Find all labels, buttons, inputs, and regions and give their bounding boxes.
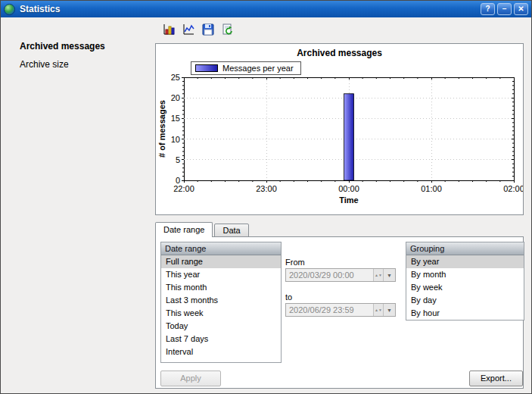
svg-text:01:00: 01:00 [421, 184, 442, 193]
grouping-item[interactable]: By hour [406, 307, 524, 320]
svg-text:# of messages: # of messages [157, 100, 166, 158]
svg-text:02:00: 02:00 [503, 184, 523, 193]
to-dropdown-arrow-icon[interactable]: ▼ [383, 304, 395, 316]
grouping-list-header: Grouping [406, 242, 524, 255]
grouping-item[interactable]: By year [406, 255, 524, 268]
sidebar-item-archived-messages[interactable]: Archived messages [1, 37, 148, 55]
from-datetime-value: 2020/03/29 00:00 [286, 269, 373, 281]
svg-text:20: 20 [171, 93, 180, 102]
tab-bar: Date rangeData [155, 222, 250, 237]
tab-data[interactable]: Data [214, 224, 248, 237]
line-chart-icon[interactable] [181, 23, 196, 37]
sidebar-item-archive-size[interactable]: Archive size [1, 55, 148, 73]
date-range-tab-panel: Date range Full rangeThis yearThis month… [155, 236, 524, 389]
apply-button[interactable]: Apply [160, 371, 221, 386]
save-icon[interactable] [201, 23, 216, 37]
close-button[interactable]: ✕ [514, 3, 528, 15]
svg-text:5: 5 [176, 155, 180, 164]
date-range-item[interactable]: Interval [161, 346, 281, 358]
date-range-item[interactable]: Today [161, 320, 281, 333]
to-datetime-value: 2020/06/29 23:59 [286, 304, 373, 316]
app-globe-icon [4, 4, 15, 15]
minimize-button[interactable]: – [497, 3, 512, 15]
svg-text:25: 25 [171, 74, 180, 82]
from-datetime-input[interactable]: 2020/03/29 00:00 ▲▼ ▼ [285, 268, 396, 282]
chart-plot: 051015202522:0023:0000:0001:0002:00Time#… [157, 74, 523, 214]
bar-chart-icon[interactable] [161, 23, 176, 37]
svg-text:22:00: 22:00 [173, 184, 194, 193]
date-range-item[interactable]: This week [161, 307, 281, 320]
grouping-listbox: Grouping By yearBy monthBy weekBy dayBy … [406, 242, 524, 321]
svg-text:10: 10 [171, 135, 180, 144]
chart-title: Archived messages [156, 48, 523, 58]
from-spinner-icon[interactable]: ▲▼ [373, 269, 383, 281]
grouping-item[interactable]: By day [406, 294, 524, 307]
date-range-listbox: Date range Full rangeThis yearThis month… [160, 242, 282, 363]
svg-text:Time: Time [339, 195, 358, 205]
grouping-list-items: By yearBy monthBy weekBy dayBy hour [406, 255, 524, 320]
date-range-list-header: Date range [161, 242, 281, 255]
chart-panel: Archived messages Messages per year 0510… [155, 43, 524, 215]
date-range-item[interactable]: Last 7 days [161, 333, 281, 346]
date-range-item[interactable]: Full range [161, 255, 281, 268]
help-button[interactable]: ? [481, 3, 495, 15]
legend-label: Messages per year [222, 64, 294, 73]
window-title: Statistics [20, 4, 478, 14]
svg-text:15: 15 [171, 114, 180, 123]
chart-legend: Messages per year [191, 61, 301, 75]
grouping-item[interactable]: By week [406, 281, 524, 294]
svg-text:00:00: 00:00 [338, 184, 359, 193]
date-range-item[interactable]: This year [161, 268, 281, 281]
title-bar: Statistics ?–✕ [1, 1, 531, 17]
statistics-window: Statistics ?–✕ Archived messagesArchive … [0, 0, 532, 394]
to-label: to [285, 292, 292, 302]
date-range-item[interactable]: This month [161, 281, 281, 294]
date-range-item[interactable]: Last 3 months [161, 294, 281, 307]
from-dropdown-arrow-icon[interactable]: ▼ [383, 269, 395, 281]
window-controls: ?–✕ [478, 3, 528, 15]
from-label: From [285, 258, 305, 267]
tab-date-range[interactable]: Date range [155, 222, 213, 237]
svg-text:23:00: 23:00 [256, 184, 277, 193]
date-range-list-items: Full rangeThis yearThis monthLast 3 mont… [161, 255, 281, 358]
grouping-item[interactable]: By month [406, 268, 524, 281]
toolbar [161, 22, 235, 37]
export-refresh-icon[interactable] [220, 23, 235, 37]
legend-swatch [195, 64, 218, 72]
sidebar: Archived messagesArchive size [1, 17, 148, 393]
export-button[interactable]: Export... [469, 371, 523, 386]
to-spinner-icon[interactable]: ▲▼ [373, 304, 383, 316]
to-datetime-input[interactable]: 2020/06/29 23:59 ▲▼ ▼ [285, 303, 396, 317]
